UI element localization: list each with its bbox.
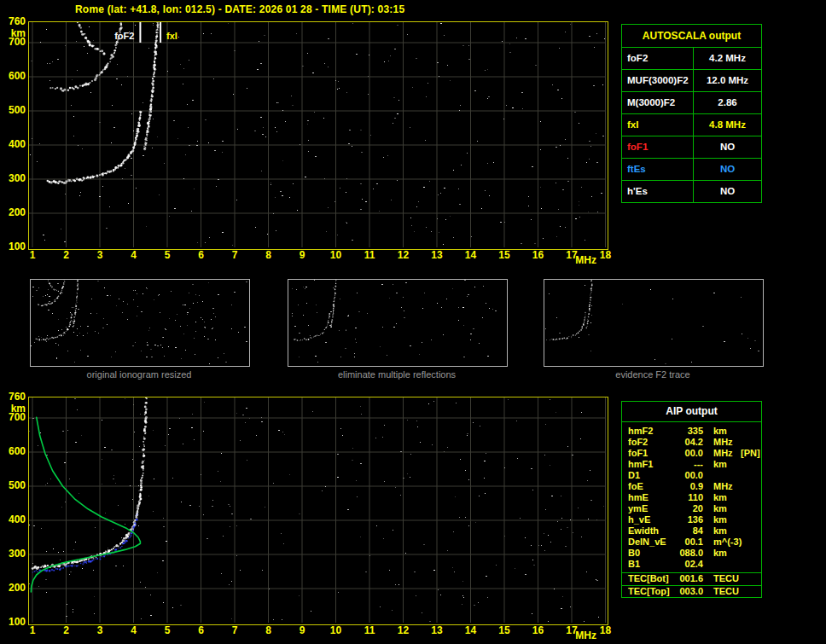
thumbnail-2-canvas [544,280,761,364]
aip-row-b1: B102.4 [628,559,761,570]
aip-param-value: 84 [672,525,703,537]
marker-label-fxi: fxI [166,31,177,41]
autoscala-row-m3000f2: M(3000)F22.86 [622,92,761,114]
aip-param-unit: km [703,514,737,525]
bottom-x-label-13: 13 [431,625,442,636]
ionogram-plot-top [28,21,608,250]
bottom-x-label-4: 4 [131,625,137,636]
aip-param-unit: km [703,492,737,503]
top-x-label-14: 14 [465,250,476,261]
aip-param-unit: MHz [703,448,737,459]
bottom-x-label-12: 12 [398,625,409,636]
aip-param-name: foE [628,481,672,492]
aip-tec-value: 001.6 [672,573,703,585]
bottom-y-label-500: 500 [0,480,26,491]
top-x-label-16: 16 [532,250,544,261]
autoscala-row-label: M(3000)F2 [622,92,694,113]
aip-param-extra [737,514,761,525]
aip-row-b0: B0088.0km [628,548,761,559]
aip-param-value: 088.0 [672,548,703,559]
thumbnail-evidence-f2 [544,279,764,367]
autoscala-row-fof2: foF24.2 MHz [622,48,761,70]
top-y-label-200: 200 [0,207,26,218]
bottom-x-label-2: 2 [63,625,69,636]
aip-param-extra [737,481,761,492]
bottom-x-unit: MHz [575,630,596,641]
aip-param-value: 02.4 [672,559,703,570]
autoscala-output-table: AUTOSCALA output foF24.2 MHzMUF(3000)F21… [621,24,762,203]
ionogram-bottom-canvas [29,397,606,623]
autoscala-row-label: foF2 [622,48,694,69]
aip-row-yme: ymE20km [628,503,761,514]
aip-table-header: AIP output [622,402,761,422]
top-x-label-6: 6 [198,250,204,261]
bottom-x-label-15: 15 [498,625,509,636]
aip-param-name: hmF2 [628,426,672,437]
aip-param-name: D1 [628,470,672,481]
autoscala-row-value: 2.86 [694,92,761,113]
aip-param-name: DelN_vE [628,537,672,548]
aip-row-fof2: foF204.2MHz [628,437,761,448]
aip-row-d1: D100.0 [628,470,761,481]
thumbnail-caption-evidence: evidence F2 trace [544,369,762,380]
aip-param-extra [737,470,761,481]
aip-param-unit [703,559,737,570]
aip-param-name: h_vE [628,514,672,525]
autoscala-row-hes: h'EsNO [622,181,761,202]
thumbnail-caption-eliminate: eliminate multiple reflections [288,369,506,380]
aip-param-extra [737,548,761,559]
top-x-label-7: 7 [232,250,238,261]
autoscala-row-label: foF1 [622,136,694,158]
aip-output-table: AIP output hmF2335kmfoF204.2MHzfoF100.0M… [621,401,762,598]
autoscala-row-label: ftEs [622,159,694,180]
autoscala-row-ftes: ftEsNO [622,159,761,181]
aip-tec-row-bot: TEC[Bot]001.6TECU [622,572,761,585]
bottom-x-label-3: 3 [97,625,103,636]
aip-param-unit: km [703,459,737,470]
aip-param-unit: km [703,525,737,537]
bottom-x-label-18: 18 [600,625,611,636]
aip-param-extra: [PN] [737,448,761,459]
aip-param-value: 335 [672,426,703,437]
aip-param-value: 20 [672,503,703,514]
top-x-label-15: 15 [498,250,509,261]
autoscala-row-value: NO [694,181,761,202]
bottom-y-label-700: 700 [0,412,26,423]
bottom-x-label-14: 14 [465,625,476,636]
aip-param-name: B0 [628,548,672,559]
aip-param-name: foF1 [628,448,672,459]
bottom-x-label-7: 7 [232,625,238,636]
aip-tec-unit: TECU [703,573,737,585]
autoscala-row-label: h'Es [622,181,694,202]
aip-param-extra [737,537,761,548]
ionogram-top-canvas [29,22,606,247]
aip-param-unit: km [703,426,737,437]
top-y-label-760: 760 [0,16,26,27]
top-y-label-400: 400 [0,139,26,150]
top-y-label-700: 700 [0,37,26,48]
top-y-label-600: 600 [0,71,26,82]
aip-row-hve: h_vE136km [628,514,761,525]
thumbnail-eliminate-reflections [288,279,508,367]
autoscala-row-label: fxI [622,114,694,136]
aip-param-value: 0.9 [672,481,703,492]
ionogram-plot-bottom [28,397,608,625]
aip-param-unit: km [703,548,737,559]
autoscala-row-value: 4.2 MHz [694,48,761,69]
autoscala-row-fof1: foF1NO [622,136,761,159]
top-x-label-10: 10 [330,250,341,261]
page-title: Rome (lat: +41.8, lon: 012.5) - DATE: 20… [75,3,404,15]
top-x-label-5: 5 [165,250,171,261]
bottom-y-label-300: 300 [0,548,26,560]
top-x-label-13: 13 [431,250,442,261]
thumbnail-1-canvas [288,280,505,364]
top-y-label-300: 300 [0,173,26,184]
aip-tec-rows: TEC[Bot]001.6TECUTEC[Top]003.0TECU [622,572,761,597]
bottom-y-label-400: 400 [0,514,26,525]
aip-param-name: hmE [628,492,672,503]
aip-tec-name: TEC[Bot] [628,573,672,585]
autoscala-table-header: AUTOSCALA output [622,25,761,48]
autoscala-row-value: NO [694,136,761,158]
bottom-x-label-10: 10 [330,625,341,636]
aip-row-delnve: DelN_vE00.1m^(-3) [628,537,761,548]
